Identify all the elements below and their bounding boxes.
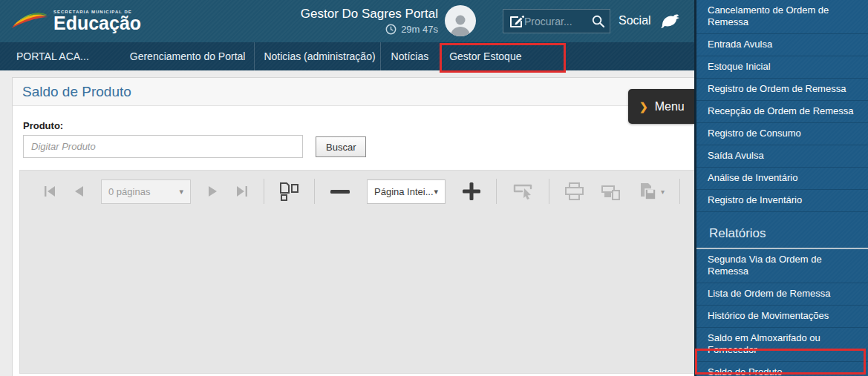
nav-separator <box>380 42 381 70</box>
previous-page-icon <box>73 185 85 198</box>
menu-item-analise-inventario[interactable]: Análise de Inventário <box>696 168 868 190</box>
zoom-out-button[interactable] <box>330 182 350 201</box>
user-info: Gestor Do Sagres Portal 29m 47s <box>267 7 438 35</box>
export-save-icon <box>638 182 659 201</box>
app-logo[interactable]: SECRETARIA MUNICIPAL DE Educação <box>10 6 141 36</box>
menu-item-estoque-inicial[interactable]: Estoque Inicial <box>696 56 868 79</box>
print-page-icon <box>601 182 621 201</box>
page-count-select[interactable]: 0 páginas ▾ <box>101 179 191 204</box>
toolbar-separator <box>549 179 549 204</box>
search-icon[interactable] <box>591 14 605 28</box>
person-icon <box>448 11 473 36</box>
zoom-out-icon <box>330 182 350 201</box>
avatar[interactable] <box>445 5 476 36</box>
menu-item-saldo-almoxarifado-fornecedor[interactable]: Saldo em Almoxarifado ou Fornecedor <box>696 328 868 362</box>
user-name: Gestor Do Sagres Portal <box>267 7 438 22</box>
print-button[interactable] <box>564 182 584 201</box>
page-title: Saldo de Produto <box>22 84 131 100</box>
page-layout-button[interactable] <box>279 182 299 202</box>
multi-page-layout-icon <box>279 182 299 202</box>
menu-item-saida-avulsa[interactable]: Saída Avulsa <box>696 145 868 168</box>
zoom-mode-select[interactable]: Página Intei... ▾ <box>367 179 446 204</box>
bird-icon <box>660 12 681 30</box>
nav-separator <box>254 42 255 70</box>
logo-title: Educação <box>53 14 141 32</box>
toolbar-separator <box>496 179 497 204</box>
export-button[interactable]: ▾ <box>638 182 665 201</box>
session-time-value: 29m 47s <box>401 24 438 35</box>
nav-item-gestor-estoque[interactable]: Gestor Estoque <box>449 50 521 62</box>
search-button[interactable]: Buscar <box>316 136 366 157</box>
app-screen: SECRETARIA MUNICIPAL DE Educação Gestor … <box>0 0 868 376</box>
search-input[interactable] <box>524 16 591 27</box>
menu-item-saldo-de-produto[interactable]: Saldo de Produto <box>696 362 868 376</box>
last-page-icon <box>235 185 249 198</box>
menu-item-registro-ordem-remessa[interactable]: Registro de Ordem de Remessa <box>696 79 868 101</box>
menu-toggle-button[interactable]: ❯ Menu <box>628 89 694 124</box>
stock-side-menu: Cancelamento de Ordem de Remessa Entrada… <box>694 0 868 376</box>
menu-item-registro-inventario[interactable]: Registro de Inventário <box>696 190 868 212</box>
zoom-in-icon <box>462 182 481 201</box>
chevron-down-icon: ▾ <box>179 187 183 197</box>
print-page-button[interactable] <box>601 182 621 201</box>
menu-section-relatorios: Relatórios <box>696 222 868 249</box>
zoom-mode-value: Página Intei... <box>374 186 434 197</box>
clock-icon <box>385 24 397 35</box>
chevron-down-icon: ▾ <box>661 188 665 196</box>
next-page-icon <box>207 185 219 198</box>
logo-book-icon <box>10 6 49 36</box>
toolbar-separator <box>314 179 315 204</box>
last-page-button[interactable] <box>235 185 249 198</box>
menu-item-lista-ordem-remessa[interactable]: Lista de Ordem de Remessa <box>696 283 868 306</box>
product-label: Produto: <box>23 120 63 131</box>
chevron-right-icon: ❯ <box>639 101 648 113</box>
menu-button-label: Menu <box>655 100 685 113</box>
menu-item-registro-consumo[interactable]: Registro de Consumo <box>696 123 868 145</box>
menu-item-historico-movimentacoes[interactable]: Histórico de Movimentações <box>696 306 868 328</box>
printer-icon <box>564 182 584 201</box>
toolbar-separator <box>679 179 680 204</box>
logo-text: SECRETARIA MUNICIPAL DE Educação <box>53 10 141 32</box>
social-label: Social <box>619 14 651 27</box>
toolbar-separator <box>264 179 264 204</box>
session-timer: 29m 47s <box>267 24 438 35</box>
select-content-button[interactable] <box>512 182 534 200</box>
nav-item-portal[interactable]: PORTAL ACA... <box>16 50 89 62</box>
zoom-in-button[interactable] <box>462 182 481 201</box>
social-link[interactable]: Social <box>619 12 681 30</box>
first-page-button[interactable] <box>43 185 56 198</box>
nav-item-noticias[interactable]: Notícias <box>391 50 429 62</box>
menu-item-cancelamento-ordem-remessa[interactable]: Cancelamento de Ordem de Remessa <box>696 0 868 34</box>
next-page-button[interactable] <box>207 185 219 198</box>
previous-page-button[interactable] <box>73 185 85 198</box>
header-search[interactable] <box>503 9 610 33</box>
select-content-icon <box>512 182 534 200</box>
chevron-down-icon: ▾ <box>434 187 438 197</box>
nav-item-noticias-adm[interactable]: Noticias (administração) <box>264 50 375 62</box>
page-count-value: 0 páginas <box>108 186 150 197</box>
menu-item-recepcao-ordem-remessa[interactable]: Recepção de Ordem de Remessa <box>696 101 868 123</box>
product-input[interactable] <box>23 135 303 158</box>
compose-icon <box>509 14 524 29</box>
menu-item-segunda-via-ordem-remessa[interactable]: Segunda Via da Ordem de Remessa <box>696 249 868 283</box>
nav-item-gerenciamento[interactable]: Gerenciamento do Portal <box>130 50 246 62</box>
menu-item-entrada-avulsa[interactable]: Entrada Avulsa <box>696 34 868 56</box>
first-page-icon <box>43 185 56 198</box>
